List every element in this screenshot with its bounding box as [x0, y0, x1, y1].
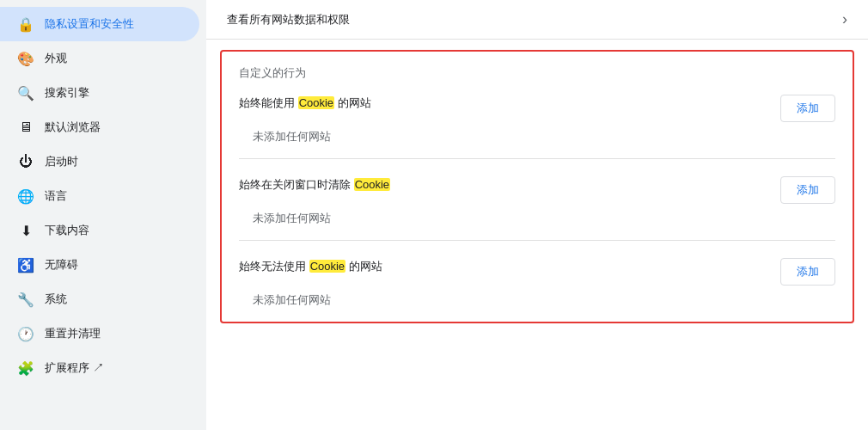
accessibility-icon: ♿	[17, 256, 34, 273]
language-icon: 🌐	[17, 187, 34, 205]
cookie-highlight-0: Cookie	[298, 96, 334, 109]
divider-1	[239, 240, 835, 241]
cookie-block-0: 始终能使用 Cookie 的网站添加未添加任何网站	[239, 95, 835, 159]
sidebar-item-label-language: 语言	[45, 188, 67, 204]
sidebar: 🔒隐私设置和安全性🎨外观🔍搜索引擎🖥默认浏览器⏻启动时🌐语言⬇下载内容♿无障碍🔧…	[0, 0, 206, 430]
sidebar-item-accessibility[interactable]: ♿无障碍	[0, 248, 199, 282]
chevron-right-icon: ›	[842, 10, 847, 28]
add-button-0[interactable]: 添加	[780, 95, 835, 122]
sidebar-item-label-extensions: 扩展程序 ↗	[45, 360, 104, 376]
sidebar-item-label-download: 下载内容	[45, 223, 89, 238]
view-all-sites-row[interactable]: 查看所有网站数据和权限 ›	[206, 0, 868, 40]
reset-icon: 🕐	[17, 325, 34, 342]
cookie-row-0: 始终能使用 Cookie 的网站添加	[239, 95, 835, 122]
cookie-row-2: 始终无法使用 Cookie 的网站添加	[239, 258, 835, 286]
empty-text-1: 未添加任何网站	[253, 211, 835, 226]
cookie-highlight-1: Cookie	[354, 178, 390, 191]
sidebar-item-label-appearance: 外观	[45, 51, 67, 66]
empty-text-2: 未添加任何网站	[253, 292, 835, 308]
empty-text-0: 未添加任何网站	[253, 129, 835, 144]
sidebar-item-privacy[interactable]: 🔒隐私设置和安全性	[0, 7, 199, 41]
sidebar-item-download[interactable]: ⬇下载内容	[0, 213, 199, 248]
cookie-block-2: 始终无法使用 Cookie 的网站添加未添加任何网站	[239, 258, 835, 308]
sidebar-item-label-search: 搜索引擎	[45, 85, 89, 101]
divider-0	[239, 158, 835, 159]
sidebar-item-label-privacy: 隐私设置和安全性	[45, 16, 134, 32]
sidebar-item-startup[interactable]: ⏻启动时	[0, 144, 199, 179]
sidebar-item-extensions[interactable]: 🧩扩展程序 ↗	[0, 351, 199, 385]
custom-section-title: 自定义的行为	[239, 65, 835, 81]
cookie-blocks-container: 始终能使用 Cookie 的网站添加未添加任何网站始终在关闭窗口时清除 Cook…	[239, 95, 835, 308]
cookie-block-1: 始终在关闭窗口时清除 Cookie添加未添加任何网站	[239, 176, 835, 241]
browser-icon: 🖥	[17, 119, 34, 136]
sidebar-item-label-startup: 启动时	[45, 154, 78, 169]
add-button-1[interactable]: 添加	[780, 176, 835, 204]
cookie-label-0: 始终能使用 Cookie 的网站	[239, 95, 371, 112]
sidebar-item-label-accessibility: 无障碍	[45, 257, 78, 273]
view-all-sites-label: 查看所有网站数据和权限	[227, 12, 350, 28]
sidebar-item-system[interactable]: 🔧系统	[0, 282, 199, 316]
sidebar-item-reset[interactable]: 🕐重置并清理	[0, 316, 199, 351]
sidebar-item-label-system: 系统	[45, 292, 67, 307]
main-content: 查看所有网站数据和权限 › 自定义的行为 始终能使用 Cookie 的网站添加未…	[206, 0, 868, 430]
sidebar-item-appearance[interactable]: 🎨外观	[0, 41, 199, 76]
sidebar-item-search[interactable]: 🔍搜索引擎	[0, 76, 199, 110]
sidebar-item-browser[interactable]: 🖥默认浏览器	[0, 110, 199, 144]
startup-icon: ⏻	[17, 153, 34, 170]
cookie-label-2: 始终无法使用 Cookie 的网站	[239, 258, 382, 275]
search-icon: 🔍	[17, 84, 34, 101]
sidebar-item-language[interactable]: 🌐语言	[0, 179, 199, 213]
cookie-highlight-2: Cookie	[309, 260, 345, 273]
custom-behavior-section: 自定义的行为 始终能使用 Cookie 的网站添加未添加任何网站始终在关闭窗口时…	[220, 50, 854, 323]
cookie-label-1: 始终在关闭窗口时清除 Cookie	[239, 176, 390, 194]
system-icon: 🔧	[17, 291, 34, 308]
sidebar-item-label-browser: 默认浏览器	[45, 120, 101, 135]
download-icon: ⬇	[17, 222, 34, 239]
cookie-row-1: 始终在关闭窗口时清除 Cookie添加	[239, 176, 835, 204]
sidebar-item-label-reset: 重置并清理	[45, 326, 101, 341]
add-button-2[interactable]: 添加	[780, 258, 835, 286]
extensions-icon: 🧩	[17, 359, 34, 377]
appearance-icon: 🎨	[17, 50, 34, 67]
privacy-icon: 🔒	[17, 15, 34, 33]
